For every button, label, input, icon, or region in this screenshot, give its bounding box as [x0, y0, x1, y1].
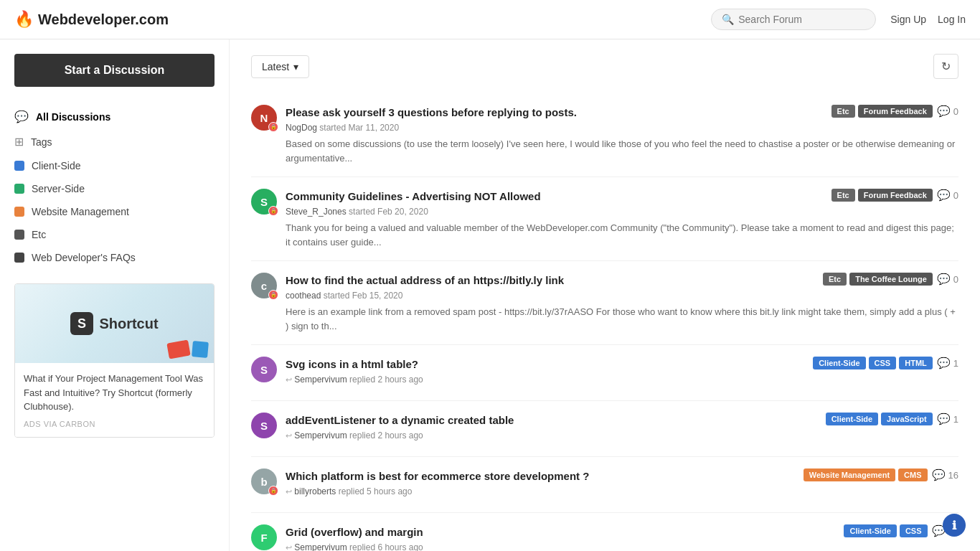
reply-count: 💬0 [937, 189, 958, 202]
discussion-meta: ↩ Sempervivum replied 2 hours ago [286, 375, 958, 385]
author-link[interactable]: Steve_R_Jones [286, 207, 347, 217]
logo-text: Webdeveloper.com [38, 11, 169, 28]
comment-icon: 💬 [937, 357, 951, 369]
logo[interactable]: 🔥 Webdeveloper.com [14, 10, 169, 29]
reply-count: 💬1 [937, 413, 958, 425]
discussion-title[interactable]: Community Guidelines - Advertising NOT A… [286, 189, 541, 204]
sidebar-item-client-side[interactable]: Client-Side [14, 154, 215, 177]
discussion-meta: Steve_R_Jones started Feb 20, 2020 [286, 207, 958, 217]
ad-tool-blue [192, 341, 209, 358]
refresh-icon: ↻ [941, 60, 951, 72]
discussion-content: Svg icons in a html table?Client-SideCSS… [286, 357, 958, 389]
main-content: Latest ▾ ↻ N🔒Please ask yourself 3 quest… [230, 39, 980, 551]
tag-the-coffee-lounge[interactable]: The Coffee Lounge [849, 273, 933, 286]
discussion-header-row: Community Guidelines - Advertising NOT A… [286, 189, 958, 204]
ad-label: ADS VIA CARBON [24, 420, 205, 428]
tag-client-side[interactable]: Client-Side [826, 413, 878, 425]
tag-javascript[interactable]: JavaScript [881, 413, 933, 425]
discussion-title[interactable]: Which platform is best for ecommerce sto… [286, 468, 589, 484]
discussion-content: addEventListener to a dynamic created ta… [286, 413, 958, 445]
tags-row: Website ManagementCMS [804, 468, 928, 481]
author-link[interactable]: Sempervivum [294, 542, 347, 551]
reply-number: 16 [948, 470, 958, 481]
discussion-content: Please ask yourself 3 questions before r… [286, 105, 958, 165]
discussion-title[interactable]: Please ask yourself 3 questions before r… [286, 105, 577, 120]
tag-forum-feedback[interactable]: Forum Feedback [858, 105, 933, 118]
refresh-button[interactable]: ↻ [933, 54, 958, 79]
avatar: N🔒 [251, 105, 277, 131]
tag-etc[interactable]: Etc [823, 273, 847, 286]
discussion-preview: Thank you for being a valued and valuabl… [286, 221, 958, 249]
chevron-down-icon: ▾ [293, 61, 298, 72]
search-input[interactable] [738, 14, 865, 25]
sidebar-item-label: All Discussions [36, 111, 110, 123]
author-link[interactable]: Sempervivum [294, 375, 347, 385]
tags-row: Client-SideJavaScript [826, 413, 933, 425]
discussion-list: N🔒Please ask yourself 3 questions before… [251, 93, 958, 551]
table-row: FGrid (overflow) and marginClient-SideCS… [251, 513, 958, 551]
tags-row: EtcThe Coffee Lounge [823, 273, 933, 286]
table-row: SaddEventListener to a dynamic created t… [251, 401, 958, 457]
discussion-content: How to find the actual address of an htt… [286, 273, 958, 333]
login-link[interactable]: Log In [938, 14, 966, 25]
discussion-title[interactable]: Grid (overflow) and margin [286, 524, 423, 540]
discussion-title[interactable]: How to find the actual address of an htt… [286, 273, 564, 288]
comment-icon: 💬 [932, 468, 946, 481]
client-side-dot [14, 161, 24, 171]
sidebar-item-server-side[interactable]: Server-Side [14, 177, 215, 200]
tag-client-side[interactable]: Client-Side [813, 357, 865, 369]
sidebar-item-etc[interactable]: Etc [14, 223, 215, 246]
faqs-dot [14, 253, 24, 263]
comment-icon: 💬 [937, 189, 951, 202]
author-link[interactable]: coothead [286, 291, 321, 301]
author-link[interactable]: Sempervivum [294, 430, 347, 441]
tag-html[interactable]: HTML [899, 357, 933, 369]
sidebar-item-website-management[interactable]: Website Management [14, 200, 215, 223]
reply-arrow: ↩ [286, 543, 292, 551]
author-link[interactable]: billyroberts [294, 486, 336, 496]
tags-reply-container: EtcForum Feedback💬0 [824, 189, 958, 202]
discussion-meta: ↩ Sempervivum replied 6 hours ago [286, 542, 958, 551]
start-discussion-button[interactable]: Start a Discussion [14, 54, 215, 87]
discussion-meta: ↩ billyroberts replied 5 hours ago [286, 486, 958, 496]
tag-cms[interactable]: CMS [898, 468, 927, 481]
discussion-content: Grid (overflow) and marginClient-SideCSS… [286, 524, 958, 551]
ad-box[interactable]: S Shortcut What if Your Project Manageme… [14, 283, 215, 438]
avatar: S [251, 357, 277, 382]
logo-icon: 🔥 [14, 10, 34, 29]
tag-client-side[interactable]: Client-Side [844, 524, 896, 537]
sidebar-item-all-discussions[interactable]: 💬 All Discussions [14, 104, 215, 129]
tags-row: Client-SideCSSHTML [813, 357, 933, 369]
website-mgmt-dot [14, 207, 24, 217]
ad-image-inner: S Shortcut [70, 312, 158, 335]
lock-icon: 🔒 [268, 290, 278, 300]
discussion-title[interactable]: addEventListener to a dynamic created ta… [286, 413, 514, 428]
tag-etc[interactable]: Etc [831, 189, 855, 202]
tag-css[interactable]: CSS [900, 524, 928, 537]
table-row: N🔒Please ask yourself 3 questions before… [251, 93, 958, 177]
sidebar-item-tags[interactable]: ⊞ Tags [14, 129, 215, 154]
lock-icon: 🔒 [268, 122, 278, 132]
author-link[interactable]: NogDog [286, 123, 317, 133]
search-bar[interactable]: 🔍 [711, 9, 876, 30]
signup-link[interactable]: Sign Up [890, 14, 926, 25]
discussion-meta: NogDog started Mar 11, 2020 [286, 123, 958, 133]
server-side-dot [14, 184, 24, 194]
tag-forum-feedback[interactable]: Forum Feedback [858, 189, 933, 202]
toolbar: Latest ▾ ↻ [251, 54, 958, 79]
table-row: SSvg icons in a html table?Client-SideCS… [251, 345, 958, 401]
ad-body: What if Your Project Management Tool Was… [15, 363, 214, 437]
sidebar-item-label: Tags [31, 136, 52, 148]
discussion-preview: Here is an example link from a removed s… [286, 305, 958, 333]
filter-dropdown[interactable]: Latest ▾ [251, 55, 309, 78]
sidebar-item-label: Web Developer's FAQs [32, 252, 136, 263]
discussion-title[interactable]: Svg icons in a html table? [286, 357, 418, 372]
svg-text:S: S [77, 316, 86, 331]
sidebar-item-web-dev-faqs[interactable]: Web Developer's FAQs [14, 246, 215, 269]
info-button[interactable]: ℹ [943, 514, 966, 537]
tag-etc[interactable]: Etc [831, 105, 855, 118]
tag-website-management[interactable]: Website Management [804, 468, 895, 481]
tag-css[interactable]: CSS [869, 357, 897, 369]
search-icon: 🔍 [722, 14, 734, 25]
sidebar-item-label: Website Management [32, 206, 129, 217]
